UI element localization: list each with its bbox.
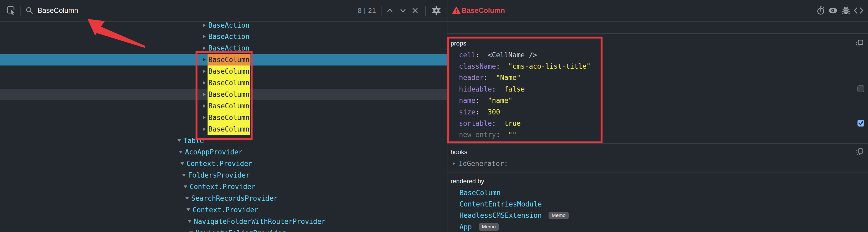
prop-row-new-entry[interactable]: new entry: "": [447, 129, 868, 141]
triangle-glyph: [203, 58, 206, 62]
expanded-arrow-icon[interactable]: [183, 181, 188, 193]
prop-value[interactable]: "cms-aco-list-title": [508, 62, 591, 70]
chevron-up-icon: [386, 7, 394, 14]
collapsed-arrow-icon[interactable]: [202, 77, 207, 89]
owner-link[interactable]: BaseColumn: [460, 189, 501, 197]
hook-row-idgenerator[interactable]: IdGenerator:: [447, 158, 868, 169]
toolbar-divider: [381, 6, 381, 16]
triangle-glyph: [203, 116, 206, 119]
prop-value[interactable]: 300: [488, 108, 500, 116]
collapsed-arrow-icon[interactable]: [202, 54, 207, 65]
prop-row-size[interactable]: size: 300: [447, 106, 868, 118]
tree-row-navigatefolderprovider[interactable]: NavigateFolderProvider: [0, 227, 447, 232]
tree-row-baseaction[interactable]: BaseAction: [0, 42, 447, 54]
expanded-arrow-icon[interactable]: [177, 135, 182, 146]
prop-colon: :: [484, 74, 496, 82]
expanded-arrow-icon[interactable]: [187, 216, 192, 227]
prop-row-sortable[interactable]: sortable: true: [447, 118, 868, 129]
prop-value[interactable]: "name": [488, 96, 513, 105]
tree-row-foldersprovider[interactable]: FoldersProvider: [0, 169, 447, 181]
collapsed-arrow-icon[interactable]: [202, 22, 207, 31]
prop-value[interactable]: <CellName />: [488, 51, 537, 59]
section-divider: [447, 173, 868, 173]
prop-value[interactable]: "Name": [496, 74, 521, 82]
checkbox-checked[interactable]: [858, 120, 864, 126]
triangle-glyph: [177, 139, 181, 142]
owner-link[interactable]: ContentEntriesModule: [460, 200, 542, 208]
collapsed-arrow-icon[interactable]: [202, 42, 207, 54]
tree-row-context-provider[interactable]: Context.Provider: [0, 181, 447, 193]
expanded-arrow-icon[interactable]: [186, 204, 191, 216]
settings-button[interactable]: [431, 0, 442, 21]
tree-row-table[interactable]: Table: [0, 135, 447, 146]
triangle-glyph: [203, 23, 206, 27]
tree-row-baseaction[interactable]: BaseAction: [0, 31, 447, 42]
search-input[interactable]: BaseColumn: [37, 0, 78, 21]
chevron-down-icon: [399, 7, 407, 14]
prop-value[interactable]: "": [508, 131, 517, 139]
view-source-button[interactable]: [853, 0, 864, 21]
inspector-empty-strip: [447, 22, 868, 34]
component-name-label: BaseColumn: [208, 89, 250, 100]
rendered-by-title: rendered by: [447, 178, 484, 185]
components-toolbar: BaseColumn 8 | 21: [0, 0, 447, 22]
collapsed-arrow-icon[interactable]: [202, 31, 207, 42]
expanded-arrow-icon[interactable]: [181, 169, 187, 181]
collapsed-arrow-icon[interactable]: [453, 162, 455, 165]
expanded-arrow-icon[interactable]: [178, 146, 183, 158]
prop-row-name[interactable]: name: "name": [447, 95, 868, 106]
owner-link[interactable]: App: [460, 223, 472, 231]
tree-row-basecolumn[interactable]: BaseColumn: [0, 100, 447, 112]
section-divider: [447, 143, 868, 144]
expanded-arrow-icon[interactable]: [180, 158, 185, 169]
expanded-arrow-icon[interactable]: [189, 227, 194, 232]
owner-link[interactable]: HeadlessCMSExtension: [460, 211, 542, 220]
inspect-element-button[interactable]: [5, 0, 17, 21]
triangle-glyph: [184, 185, 187, 188]
tree-row-basecolumn[interactable]: BaseColumn: [0, 112, 447, 123]
component-name-label: NavigateFolderWithRouterProvider: [193, 216, 326, 227]
tree-row-acoappprovider[interactable]: AcoAppProvider: [0, 146, 447, 158]
prop-key: size: [459, 108, 475, 116]
inspected-component-name: BaseColumn: [462, 0, 505, 21]
collapsed-arrow-icon[interactable]: [202, 100, 207, 112]
prop-value[interactable]: true: [504, 119, 521, 127]
tree-row-basecolumn[interactable]: BaseColumn: [0, 65, 447, 77]
tree-row-basecolumn[interactable]: BaseColumn: [0, 123, 447, 135]
copy-hooks-button[interactable]: [856, 148, 864, 157]
collapsed-arrow-icon[interactable]: [202, 89, 207, 100]
profile-component-button[interactable]: [815, 0, 827, 21]
tree-row-context-provider[interactable]: Context.Provider: [0, 204, 447, 216]
tree-row-basecolumn[interactable]: BaseColumn: [0, 89, 447, 100]
prop-row-header[interactable]: header: "Name": [447, 72, 868, 83]
log-to-console-button[interactable]: [840, 0, 852, 21]
prop-value[interactable]: false: [504, 85, 525, 93]
tree-row-basecolumn[interactable]: BaseColumn: [0, 77, 447, 89]
prop-colon: :: [475, 108, 488, 116]
collapsed-arrow-icon[interactable]: [202, 112, 207, 123]
previous-match-button[interactable]: [384, 0, 395, 21]
search-icon: [24, 0, 35, 21]
hooks-title-row: hooks: [447, 146, 868, 158]
clear-search-button[interactable]: [410, 0, 420, 21]
tree-row-basecolumn[interactable]: BaseColumn: [0, 54, 447, 65]
prop-row-hideable[interactable]: hideable: false: [447, 83, 868, 95]
tree-row-navigatefolderwithrouterprovider[interactable]: NavigateFolderWithRouterProvider: [0, 216, 447, 227]
inspect-dom-button[interactable]: [827, 0, 839, 21]
checkbox-unchecked[interactable]: [858, 86, 864, 92]
prop-row-className[interactable]: className: "cms-aco-list-title": [447, 60, 868, 72]
next-match-button[interactable]: [398, 0, 408, 21]
gear-icon: [431, 5, 442, 16]
copy-props-button[interactable]: [856, 39, 864, 49]
collapsed-arrow-icon[interactable]: [202, 65, 207, 77]
component-name-label: Context.Provider: [186, 158, 253, 169]
tree-row-searchrecordsprovider[interactable]: SearchRecordsProvider: [0, 193, 447, 204]
prop-row-cell[interactable]: cell: <CellName />: [447, 49, 868, 60]
prop-colon: :: [496, 62, 508, 70]
tree-row-baseaction[interactable]: BaseAction: [0, 22, 447, 31]
collapsed-arrow-icon[interactable]: [202, 123, 207, 135]
prop-colon: :: [475, 51, 488, 59]
tree-row-context-provider[interactable]: Context.Provider: [0, 158, 447, 169]
component-name-label: BaseColumn: [208, 123, 250, 135]
expanded-arrow-icon[interactable]: [184, 193, 190, 204]
